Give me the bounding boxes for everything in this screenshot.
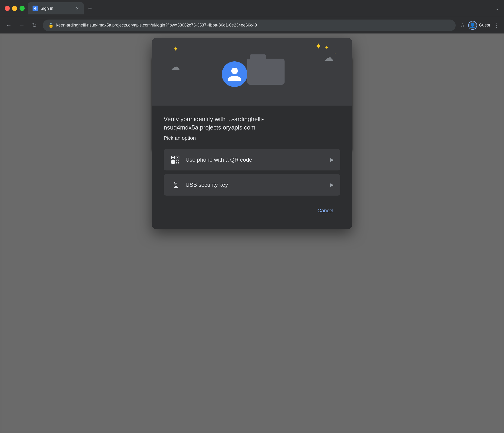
address-bar: ← → ↻ 🔒 keen-ardinghelli-nsuq4mdx5a.proj…	[0, 17, 504, 34]
sparkle-1-icon: ✦	[173, 45, 178, 53]
profile-label: Guest	[479, 23, 490, 28]
modal-illustration: ☁ ☁ ✦ ✦ ✦ ·	[152, 38, 352, 106]
browser-window: G Sign in ✕ ＋ ⌄ ← → ↻ 🔒 keen-ardinghelli…	[0, 0, 504, 433]
usb-key-label: USB security key	[186, 182, 325, 188]
page-content: Continue Don't have an account? Sign up …	[0, 34, 504, 433]
cloud-right-icon: ☁	[324, 52, 333, 63]
illustration-inner	[219, 50, 285, 96]
svg-rect-1	[172, 157, 174, 158]
minimize-window-button[interactable]	[12, 6, 17, 11]
address-text: keen-ardinghelli-nsuq4mdx5a.projects.ory…	[56, 23, 450, 28]
browser-menu-button[interactable]: ⋮	[493, 22, 499, 29]
title-bar: G Sign in ✕ ＋ ⌄	[0, 0, 504, 17]
qr-code-option[interactable]: Use phone with a QR code ▶	[164, 149, 340, 171]
profile-avatar-icon: 👤	[468, 21, 477, 30]
sparkle-2-icon: ✦	[315, 41, 322, 51]
sparkle-4-icon: ·	[334, 51, 336, 56]
usb-icon	[170, 180, 180, 190]
cloud-left-icon: ☁	[171, 61, 180, 72]
tab-title: Sign in	[40, 6, 73, 11]
folder-icon	[247, 54, 285, 85]
svg-rect-3	[177, 157, 178, 158]
modal-footer: Cancel	[164, 199, 340, 217]
identity-modal: ☁ ☁ ✦ ✦ ✦ ·	[152, 38, 352, 229]
svg-rect-9	[178, 162, 179, 163]
usb-key-arrow-icon: ▶	[330, 182, 334, 188]
usb-key-option[interactable]: USB security key ▶	[164, 174, 340, 196]
tab-bar: G Sign in ✕ ＋ ⌄	[28, 2, 499, 14]
avatar	[222, 61, 247, 87]
cancel-button[interactable]: Cancel	[311, 204, 340, 217]
close-window-button[interactable]	[5, 6, 10, 11]
traffic-lights	[5, 6, 25, 11]
qr-code-label: Use phone with a QR code	[186, 156, 325, 163]
tab-overflow-button[interactable]: ⌄	[495, 5, 499, 11]
bookmark-icon[interactable]: ☆	[460, 22, 465, 28]
svg-rect-5	[172, 161, 174, 163]
qr-code-arrow-icon: ▶	[330, 157, 334, 163]
modal-content: Verify your identity with ...-ardinghell…	[152, 106, 352, 229]
address-input[interactable]: 🔒 keen-ardinghelli-nsuq4mdx5a.projects.o…	[43, 19, 456, 31]
new-tab-button[interactable]: ＋	[85, 3, 95, 14]
forward-button[interactable]: →	[18, 21, 26, 30]
reload-button[interactable]: ↻	[31, 21, 38, 30]
svg-rect-8	[176, 162, 177, 163]
qr-code-icon	[170, 155, 180, 165]
svg-rect-6	[176, 161, 177, 161]
lock-icon: 🔒	[48, 23, 54, 28]
tab-favicon: G	[33, 6, 38, 11]
tab-close-button[interactable]: ✕	[76, 6, 79, 11]
maximize-window-button[interactable]	[19, 6, 25, 11]
sparkle-3-icon: ✦	[324, 45, 329, 51]
profile-button[interactable]: 👤 Guest	[468, 21, 490, 30]
modal-title: Verify your identity with ...-ardinghell…	[164, 115, 340, 132]
svg-rect-7	[178, 161, 179, 161]
active-tab[interactable]: G Sign in ✕	[28, 2, 84, 14]
modal-overlay: ☁ ☁ ✦ ✦ ✦ ·	[0, 34, 504, 433]
back-button[interactable]: ←	[5, 21, 13, 30]
address-actions: ☆ 👤 Guest ⋮	[460, 21, 499, 30]
modal-subtitle: Pick an option	[164, 135, 340, 141]
